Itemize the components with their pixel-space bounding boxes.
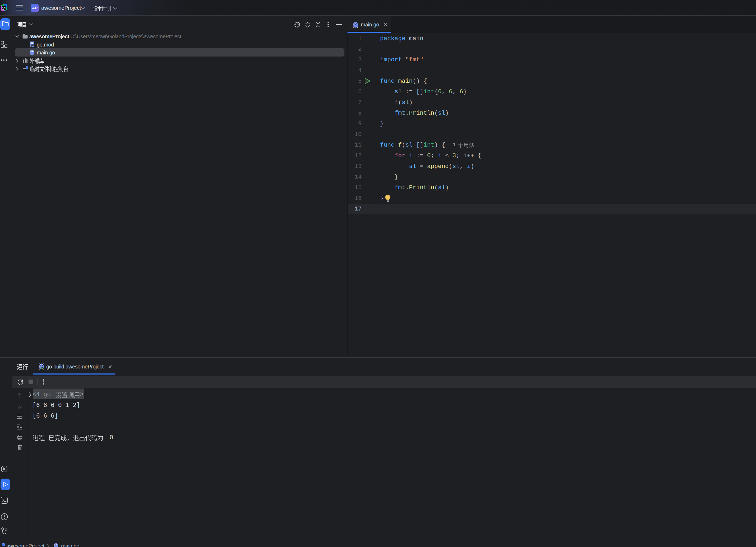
svg-text:GO: GO [2, 6, 6, 9]
